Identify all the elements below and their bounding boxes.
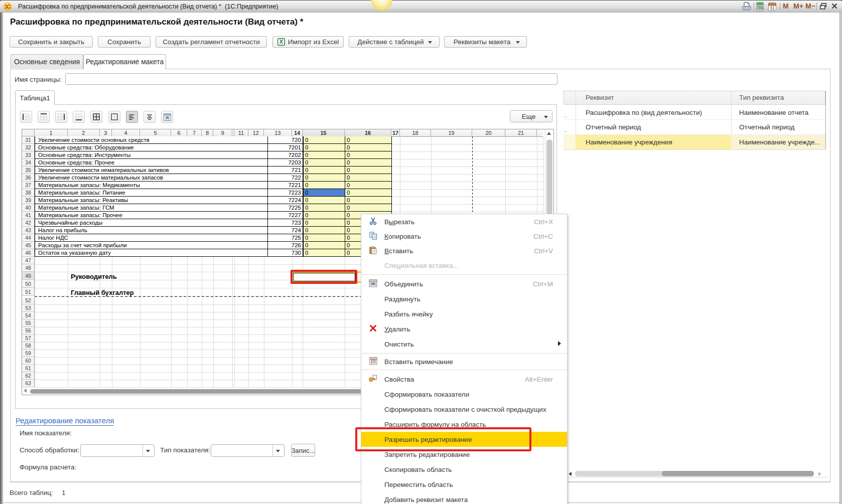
svg-text:X: X — [279, 39, 283, 45]
svg-text:31: 31 — [770, 5, 775, 10]
svg-text:А: А — [166, 116, 168, 119]
svg-text:IAI: IAI — [371, 281, 375, 285]
